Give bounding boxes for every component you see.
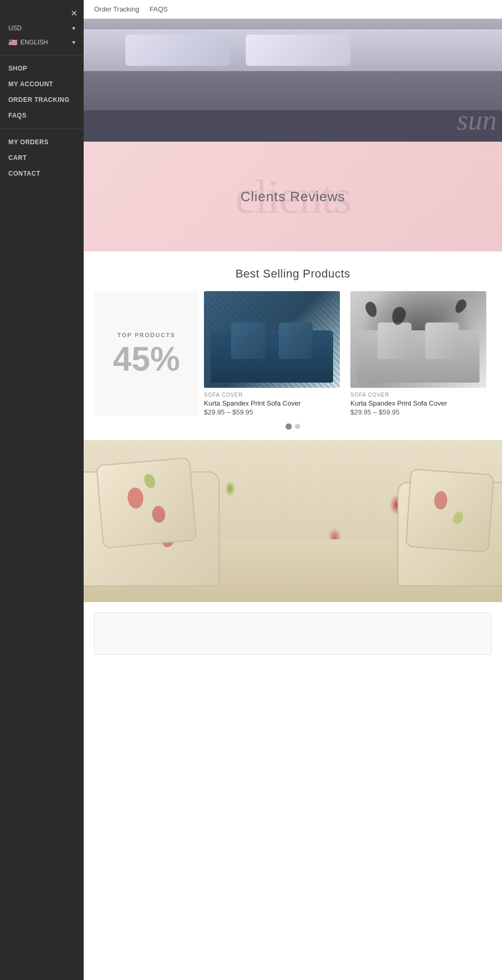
product-image-1	[204, 291, 340, 388]
pagination-dots	[94, 423, 492, 430]
hero-bed-image	[84, 19, 502, 142]
best-selling-title: Best Selling Products	[94, 267, 492, 281]
product-card-1[interactable]: SOFA COVER Kurta Spandex Print Sofa Cove…	[199, 291, 345, 416]
currency-label: USD	[8, 25, 21, 32]
review-box[interactable]	[94, 613, 492, 654]
product-name-2: Kurta Spandex Print Sofa Cover	[350, 399, 486, 407]
sofa-section	[84, 440, 502, 602]
review-section	[84, 602, 502, 665]
sidebar-divider-2	[0, 129, 84, 129]
hero-overlay-text: sun	[457, 103, 497, 136]
pagination-dot-1[interactable]	[286, 423, 292, 430]
product-category-2: SOFA COVER	[350, 392, 486, 398]
hero-section: sun	[84, 19, 502, 142]
sofa-floral-image	[84, 440, 502, 602]
sidebar-item-my-account[interactable]: MY ACCOUNT	[0, 76, 84, 92]
main-content: Order Tracking FAQS sun clients Clients …	[84, 0, 502, 665]
product-name-1: Kurta Spandex Print Sofa Cover	[204, 399, 340, 407]
clients-reviews-title: Clients Reviews	[241, 189, 345, 205]
close-button[interactable]: ✕	[0, 5, 84, 21]
sidebar: ✕ USD ▾ 🇺🇸 ENGLISH ▾ SHOP MY ACCOUNT ORD…	[0, 0, 84, 665]
language-arrow: ▾	[72, 39, 75, 46]
topnav-faqs[interactable]: FAQS	[150, 5, 168, 13]
sidebar-item-order-tracking[interactable]: ORDER TRACKING	[0, 92, 84, 108]
language-label: ENGLISH	[20, 39, 72, 46]
sidebar-item-contact[interactable]: CONTACT	[0, 166, 84, 181]
product-image-2	[350, 291, 486, 388]
sidebar-item-faqs[interactable]: FAQS	[0, 108, 84, 123]
topnav: Order Tracking FAQS	[84, 0, 502, 19]
sidebar-divider-1	[0, 55, 84, 55]
sidebar-item-my-orders[interactable]: MY ORDERS	[0, 134, 84, 150]
products-grid: TOP PRODUCTS 45% SOFA COVER Kurta Spande…	[94, 291, 492, 416]
discount-text: 45%	[113, 342, 180, 376]
clients-reviews-section: clients Clients Reviews	[84, 142, 502, 251]
promo-card: TOP PRODUCTS 45%	[94, 291, 199, 416]
pagination-dot-2[interactable]	[295, 424, 300, 429]
language-dropdown[interactable]: 🇺🇸 ENGLISH ▾	[0, 35, 84, 50]
sidebar-item-cart[interactable]: CART	[0, 150, 84, 166]
top-products-label: TOP PRODUCTS	[118, 332, 176, 338]
currency-arrow: ▾	[72, 25, 75, 32]
product-card-2[interactable]: SOFA COVER Kurta Spandex Print Sofa Cove…	[345, 291, 492, 416]
best-selling-section: Best Selling Products TOP PRODUCTS 45% S…	[84, 251, 502, 440]
product-price-2: $29.95 – $59.95	[350, 408, 486, 416]
product-price-1: $29.95 – $59.95	[204, 408, 340, 416]
topnav-order-tracking[interactable]: Order Tracking	[94, 5, 139, 13]
language-flag: 🇺🇸	[8, 38, 17, 47]
currency-dropdown[interactable]: USD ▾	[0, 21, 84, 35]
sidebar-item-shop[interactable]: SHOP	[0, 61, 84, 76]
product-category-1: SOFA COVER	[204, 392, 340, 398]
